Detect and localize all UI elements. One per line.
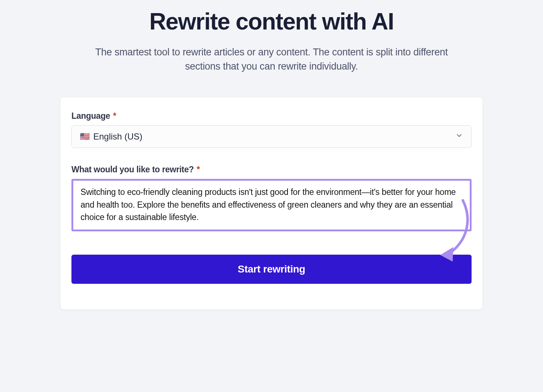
language-label-text: Language: [71, 111, 110, 121]
language-label: Language *: [71, 111, 472, 121]
language-select[interactable]: 🇺🇸 English (US): [71, 125, 472, 148]
page-root: Rewrite content with AI The smartest too…: [0, 0, 543, 392]
us-flag-icon: 🇺🇸: [80, 132, 90, 141]
content-label-text: What would you like to rewrite?: [71, 165, 194, 174]
required-indicator: *: [113, 111, 116, 121]
language-selected-value: English (US): [93, 132, 142, 142]
content-textarea-highlight: [71, 179, 472, 231]
start-rewriting-button[interactable]: Start rewriting: [71, 255, 472, 284]
required-indicator: *: [197, 165, 200, 174]
page-subtitle: The smartest tool to rewrite articles or…: [80, 45, 463, 74]
form-card: Language * 🇺🇸 English (US) What would yo…: [60, 97, 483, 310]
chevron-down-icon: [455, 132, 463, 142]
content-textarea[interactable]: [81, 186, 462, 222]
page-title: Rewrite content with AI: [0, 8, 543, 35]
language-select-wrap: 🇺🇸 English (US): [71, 125, 472, 148]
content-label: What would you like to rewrite? *: [71, 165, 472, 175]
